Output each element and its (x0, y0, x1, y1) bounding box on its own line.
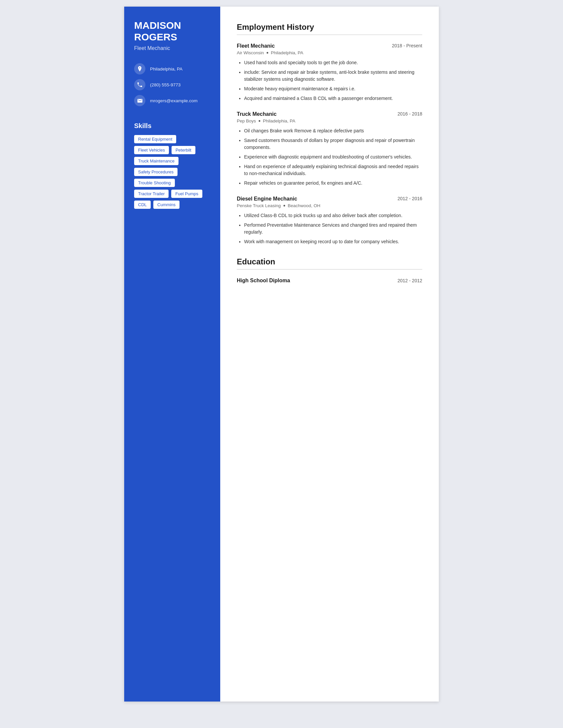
bullet-item: Work with management on keeping record u… (244, 238, 422, 245)
company-location: Philadelphia, PA (263, 118, 296, 123)
skill-tag: Peterbilt (171, 146, 195, 154)
job-item: Fleet Mechanic2018 - PresentAir Wisconsi… (237, 43, 422, 102)
education-item: High School Diploma2012 - 2012 (237, 278, 422, 284)
job-header: Truck Mechanic2016 - 2018 (237, 111, 422, 117)
education-dates: 2012 - 2012 (398, 278, 422, 283)
jobs-list: Fleet Mechanic2018 - PresentAir Wisconsi… (237, 43, 422, 245)
bullet-item: Moderate heavy equipment maintenance & r… (244, 85, 422, 92)
job-company: Penske Truck LeasingBeachwood, OH (237, 203, 422, 208)
separator-dot (266, 52, 268, 54)
company-name: Pep Boys (237, 118, 256, 123)
separator-dot (258, 120, 260, 122)
skills-heading: Skills (134, 122, 210, 130)
resume-container: MADISON ROGERS Fleet Mechanic Philadelph… (124, 7, 439, 702)
bullet-item: Utilized Class-B CDL to pick trucks up a… (244, 212, 422, 219)
job-item: Truck Mechanic2016 - 2018Pep BoysPhilade… (237, 111, 422, 187)
skill-tag: Truck Maintenance (134, 157, 178, 165)
contact-section: Philadelphia, PA (280) 555-9773 mrogers@… (134, 63, 210, 106)
bullet-item: Repair vehicles on guarantee period, fix… (244, 180, 422, 187)
skills-section: Skills Rental EquipmentFleet VehiclesPet… (134, 122, 210, 209)
contact-phone: (280) 555-9773 (134, 79, 210, 90)
bullet-item: include: Service and repair air brake sy… (244, 69, 422, 83)
education-section: Education High School Diploma2012 - 2012 (237, 257, 422, 284)
bullet-item: Acquired and maintained a Class B CDL wi… (244, 95, 422, 102)
candidate-title: Fleet Mechanic (134, 45, 210, 51)
bullet-item: Hand on experience of adequately explain… (244, 163, 422, 177)
contact-email: mrogers@example.com (134, 95, 210, 106)
job-header: Diesel Engine Mechanic2012 - 2016 (237, 196, 422, 202)
education-list: High School Diploma2012 - 2012 (237, 278, 422, 284)
sidebar: MADISON ROGERS Fleet Mechanic Philadelph… (124, 7, 220, 702)
job-title: Diesel Engine Mechanic (237, 196, 297, 202)
job-bullets: Utilized Class-B CDL to pick trucks up a… (237, 212, 422, 245)
skill-tag: Safety Procedures (134, 168, 177, 176)
job-dates: 2018 - Present (392, 43, 422, 48)
education-title: High School Diploma (237, 278, 290, 284)
location-text: Philadelphia, PA (150, 67, 182, 71)
bullet-item: Used hand tools and specialty tools to g… (244, 59, 422, 66)
skill-tag: Cummins (153, 201, 179, 209)
main-content: Employment History Fleet Mechanic2018 - … (220, 7, 439, 702)
job-dates: 2016 - 2018 (398, 111, 422, 116)
skill-tag: Fuel Pumps (171, 190, 202, 198)
bullet-item: Experience with diagnostic equipment and… (244, 154, 422, 160)
skills-tags: Rental EquipmentFleet VehiclesPeterbiltT… (134, 135, 210, 209)
skill-tag: Trouble Shooting (134, 179, 175, 187)
phone-text: (280) 555-9773 (150, 82, 180, 87)
job-title: Fleet Mechanic (237, 43, 275, 49)
company-location: Beachwood, OH (288, 203, 320, 208)
job-title: Truck Mechanic (237, 111, 276, 117)
candidate-name: MADISON ROGERS (134, 20, 210, 43)
separator-dot (284, 205, 285, 206)
skill-tag: Rental Equipment (134, 135, 176, 143)
bullet-item: Saved customers thousands of dollars by … (244, 137, 422, 151)
job-bullets: Oil changes Brake work Remove & replace … (237, 127, 422, 187)
skill-tag: Tractor Trailer (134, 190, 168, 198)
job-company: Air WisconsinPhiladelphia, PA (237, 50, 422, 55)
bullet-item: Performed Preventative Maintenance Servi… (244, 222, 422, 236)
job-header: Fleet Mechanic2018 - Present (237, 43, 422, 49)
phone-icon (134, 79, 145, 90)
company-name: Penske Truck Leasing (237, 203, 281, 208)
email-text: mrogers@example.com (150, 98, 198, 103)
contact-location: Philadelphia, PA (134, 63, 210, 74)
company-location: Philadelphia, PA (271, 50, 304, 55)
job-bullets: Used hand tools and specialty tools to g… (237, 59, 422, 102)
job-company: Pep BoysPhiladelphia, PA (237, 118, 422, 123)
job-dates: 2012 - 2016 (398, 196, 422, 201)
employment-section: Employment History Fleet Mechanic2018 - … (237, 23, 422, 245)
job-item: Diesel Engine Mechanic2012 - 2016Penske … (237, 196, 422, 245)
skill-tag: CDL (134, 201, 151, 209)
bullet-item: Oil changes Brake work Remove & replace … (244, 127, 422, 134)
company-name: Air Wisconsin (237, 50, 264, 55)
location-icon (134, 63, 145, 74)
email-icon (134, 95, 145, 106)
education-heading: Education (237, 257, 422, 270)
skill-tag: Fleet Vehicles (134, 146, 169, 154)
employment-heading: Employment History (237, 23, 422, 35)
